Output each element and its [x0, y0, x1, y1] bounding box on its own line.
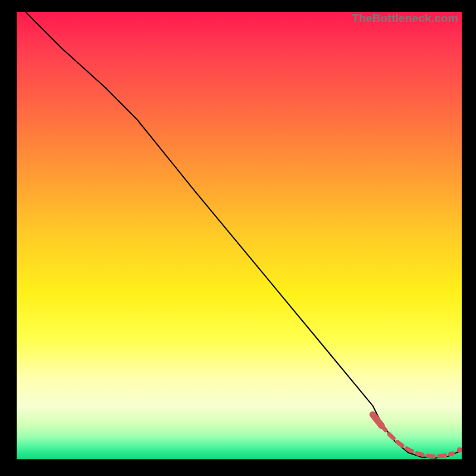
watermark: TheBottleneck.com	[352, 12, 458, 25]
chart-frame: TheBottleneck.com	[17, 12, 462, 459]
gradient-background	[17, 12, 462, 459]
